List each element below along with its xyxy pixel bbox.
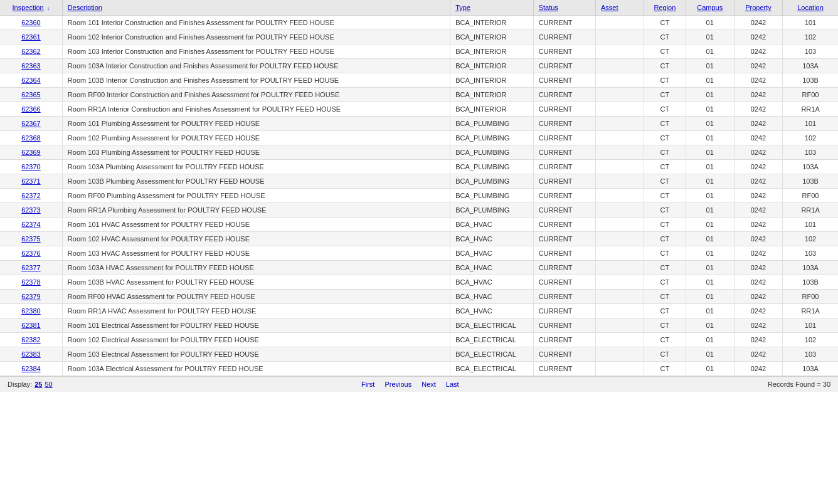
cell-location: RF00: [783, 88, 838, 102]
footer: Display: 25 50 First Previous Next Last …: [0, 376, 838, 392]
cell-type: BCA_HVAC: [450, 218, 533, 232]
table-row: 62381Room 101 Electrical Assessment for …: [0, 318, 838, 333]
campus-sort-link[interactable]: Campus: [697, 4, 723, 11]
header-inspection[interactable]: Inspection ↓: [0, 0, 62, 16]
inspection-link-62383[interactable]: 62383: [21, 350, 41, 358]
inspection-link-62362[interactable]: 62362: [21, 48, 41, 55]
cell-property: 0242: [734, 218, 782, 232]
table-row: 62362Room 103 Interior Construction and …: [0, 45, 838, 59]
cell-type: BCA_PLUMBING: [450, 160, 533, 174]
cell-type: BCA_PLUMBING: [450, 174, 533, 189]
table-row: 62361Room 102 Interior Construction and …: [0, 30, 838, 45]
inspection-link-62381[interactable]: 62381: [21, 322, 41, 329]
cell-region: CT: [644, 45, 686, 59]
cell-campus: 01: [686, 145, 734, 160]
type-sort-link[interactable]: Type: [455, 4, 470, 11]
cell-region: CT: [644, 290, 686, 304]
cell-campus: 01: [686, 246, 734, 261]
location-sort-link[interactable]: Location: [797, 4, 824, 11]
cell-region: CT: [644, 145, 686, 160]
description-sort-link[interactable]: Description: [68, 4, 102, 11]
inspection-link-62375[interactable]: 62375: [21, 235, 41, 243]
inspection-link-62367[interactable]: 62367: [21, 120, 41, 127]
header-description[interactable]: Description: [62, 0, 450, 16]
cell-type: BCA_INTERIOR: [450, 30, 533, 45]
cell-region: CT: [644, 218, 686, 232]
cell-description: Room 103A Interior Construction and Fini…: [62, 59, 450, 73]
table-row: 62373Room RR1A Plumbing Assessment for P…: [0, 203, 838, 218]
cell-inspection: 62366: [0, 102, 62, 117]
inspection-link-62379[interactable]: 62379: [21, 293, 41, 300]
nav-previous-link[interactable]: Previous: [385, 381, 411, 388]
region-sort-link[interactable]: Region: [654, 4, 676, 11]
cell-description: Room RR1A Interior Construction and Fini…: [62, 102, 450, 117]
cell-inspection: 62375: [0, 232, 62, 246]
inspection-link-62378[interactable]: 62378: [21, 278, 41, 286]
cell-asset: [596, 102, 644, 117]
cell-campus: 01: [686, 30, 734, 45]
cell-location: 102: [783, 232, 838, 246]
cell-property: 0242: [734, 203, 782, 218]
cell-location: RF00: [783, 189, 838, 203]
table-row: 62379Room RF00 HVAC Assessment for POULT…: [0, 290, 838, 304]
inspection-link-62376[interactable]: 62376: [21, 249, 41, 257]
display-50-link[interactable]: 50: [45, 381, 52, 388]
table-row: 62384Room 103A Electrical Assessment for…: [0, 362, 838, 376]
cell-location: 103B: [783, 275, 838, 290]
cell-inspection: 62370: [0, 160, 62, 174]
inspection-link-62372[interactable]: 62372: [21, 192, 41, 199]
header-region[interactable]: Region: [644, 0, 686, 16]
inspection-link-62365[interactable]: 62365: [21, 91, 41, 98]
inspection-link-62374[interactable]: 62374: [21, 221, 41, 228]
status-sort-link[interactable]: Status: [539, 4, 558, 11]
inspection-link-62368[interactable]: 62368: [21, 134, 41, 142]
table-header-row: Inspection ↓ Description Type Status Ass…: [0, 0, 838, 16]
header-type[interactable]: Type: [450, 0, 533, 16]
cell-property: 0242: [734, 131, 782, 145]
inspection-link-62364[interactable]: 62364: [21, 76, 41, 84]
cell-type: BCA_PLUMBING: [450, 203, 533, 218]
asset-sort-link[interactable]: Asset: [601, 4, 618, 11]
main-container: Inspection ↓ Description Type Status Ass…: [0, 0, 838, 392]
display-25-link[interactable]: 25: [34, 381, 42, 388]
inspection-link-62373[interactable]: 62373: [21, 206, 41, 214]
cell-property: 0242: [734, 73, 782, 88]
cell-property: 0242: [734, 189, 782, 203]
inspection-link-62380[interactable]: 62380: [21, 307, 41, 315]
nav-last-link[interactable]: Last: [446, 381, 459, 388]
inspection-link-62382[interactable]: 62382: [21, 336, 41, 344]
inspection-link-62377[interactable]: 62377: [21, 264, 41, 271]
table-row: 62366Room RR1A Interior Construction and…: [0, 102, 838, 117]
cell-asset: [596, 275, 644, 290]
header-asset[interactable]: Asset: [596, 0, 644, 16]
header-campus[interactable]: Campus: [686, 0, 734, 16]
nav-next-link[interactable]: Next: [422, 381, 436, 388]
cell-type: BCA_INTERIOR: [450, 102, 533, 117]
property-sort-link[interactable]: Property: [745, 4, 772, 11]
cell-property: 0242: [734, 290, 782, 304]
header-status[interactable]: Status: [533, 0, 595, 16]
cell-inspection: 62365: [0, 88, 62, 102]
cell-campus: 01: [686, 333, 734, 347]
cell-property: 0242: [734, 347, 782, 362]
cell-location: 103: [783, 45, 838, 59]
inspection-link-62371[interactable]: 62371: [21, 177, 41, 185]
inspection-sort-link[interactable]: Inspection: [13, 4, 44, 11]
table-row: 62369Room 103 Plumbing Assessment for PO…: [0, 145, 838, 160]
inspection-link-62366[interactable]: 62366: [21, 105, 41, 113]
inspection-link-62370[interactable]: 62370: [21, 163, 41, 171]
nav-first-link[interactable]: First: [361, 381, 374, 388]
cell-asset: [596, 73, 644, 88]
inspection-link-62360[interactable]: 62360: [21, 19, 41, 26]
cell-location: RF00: [783, 290, 838, 304]
cell-region: CT: [644, 246, 686, 261]
cell-inspection: 62362: [0, 45, 62, 59]
header-property[interactable]: Property: [734, 0, 782, 16]
inspection-link-62361[interactable]: 62361: [21, 33, 41, 41]
header-location[interactable]: Location: [783, 0, 838, 16]
inspection-link-62384[interactable]: 62384: [21, 365, 41, 372]
inspection-link-62369[interactable]: 62369: [21, 149, 41, 156]
cell-description: Room 102 Plumbing Assessment for POULTRY…: [62, 131, 450, 145]
inspection-link-62363[interactable]: 62363: [21, 62, 41, 70]
cell-status: CURRENT: [533, 102, 595, 117]
